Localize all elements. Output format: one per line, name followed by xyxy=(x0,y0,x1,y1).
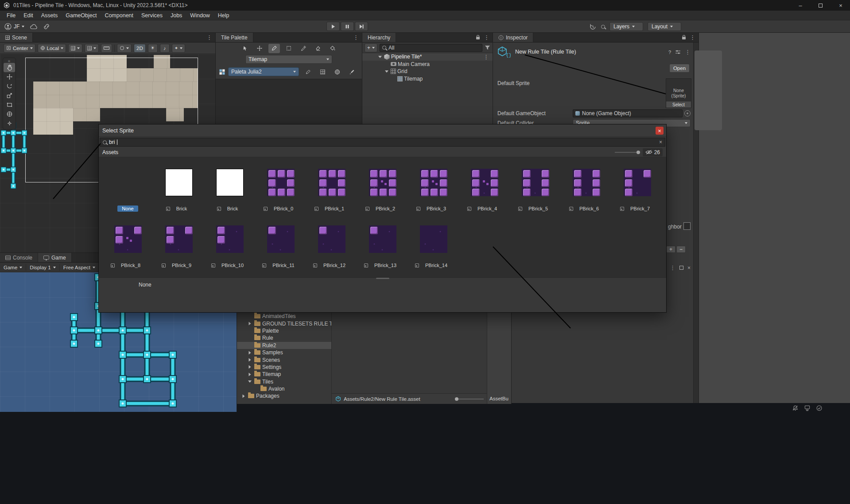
hierarchy-search-input[interactable]: All xyxy=(380,44,482,52)
add-rule-button[interactable]: + xyxy=(666,246,675,253)
select-tool[interactable] xyxy=(239,44,251,53)
presets-icon[interactable] xyxy=(675,50,681,54)
thumbnail-zoom-slider[interactable] xyxy=(455,399,484,399)
panel-menu-icon[interactable] xyxy=(206,34,212,41)
sprite-item-pbrick-11-14[interactable]: PBrick_11 xyxy=(255,219,306,276)
project-folder-tiles[interactable]: Tiles xyxy=(237,378,331,385)
palette-grid-button[interactable] xyxy=(317,67,328,77)
hierarchy-item-pipeline-tile[interactable]: Pipeline Tile* xyxy=(362,53,493,61)
lock-icon[interactable] xyxy=(682,37,686,39)
aspect-dropdown[interactable]: Free Aspect xyxy=(63,265,95,270)
panel-menu-icon[interactable] xyxy=(690,34,695,41)
project-folder-tilemap[interactable]: Tilemap xyxy=(237,371,331,378)
project-folder-scenes[interactable]: Scenes xyxy=(237,356,331,363)
progress-check-icon[interactable] xyxy=(816,405,823,411)
menu-assets[interactable]: Assets xyxy=(37,11,62,20)
foldout-icon[interactable] xyxy=(384,70,389,73)
tool-handle-position-dropdown[interactable]: Center xyxy=(4,44,35,53)
window-menu-icon[interactable] xyxy=(670,264,675,271)
sprite-item-pbrick-2-5[interactable]: PBrick_2 xyxy=(357,163,408,219)
display-dropdown[interactable]: Display 1 xyxy=(30,265,55,270)
move-tool[interactable] xyxy=(4,72,15,81)
snap-settings-dropdown[interactable] xyxy=(85,44,99,53)
minimize-button[interactable]: – xyxy=(797,2,803,9)
help-icon[interactable] xyxy=(668,49,671,55)
background-tasks-icon[interactable] xyxy=(804,405,811,411)
step-button[interactable] xyxy=(355,22,368,31)
foldout-icon[interactable] xyxy=(247,380,252,383)
notifications-muted-icon[interactable] xyxy=(792,405,799,411)
sprite-item-pbrick-9-12[interactable]: PBrick_9 xyxy=(153,219,204,276)
sprite-item-pbrick-14-17[interactable]: PBrick_14 xyxy=(408,219,459,276)
tab-tile-palette[interactable]: Tile Palette xyxy=(216,33,253,42)
menu-window[interactable]: Window xyxy=(186,11,213,20)
sprite-select-button[interactable]: Select xyxy=(666,101,691,108)
sprite-item-pbrick-4-7[interactable]: PBrick_4 xyxy=(459,163,510,219)
display-mode-dropdown[interactable]: Game xyxy=(4,265,22,270)
grid-visibility-dropdown[interactable] xyxy=(68,44,82,53)
neighbor-field[interactable] xyxy=(683,222,691,230)
tab-scene[interactable]: Scene xyxy=(0,33,33,42)
foldout-icon[interactable] xyxy=(247,359,252,361)
project-folder-packages[interactable]: Packages xyxy=(237,392,331,399)
project-folder-palette[interactable]: Palette xyxy=(237,327,331,334)
project-folder-settings[interactable]: Settings xyxy=(237,364,331,371)
maximize-button[interactable] xyxy=(819,4,823,8)
foldout-icon[interactable] xyxy=(247,352,252,354)
rect-tool[interactable] xyxy=(4,100,15,109)
panel-menu-icon[interactable] xyxy=(353,34,359,41)
sprite-item-pbrick-13-16[interactable]: PBrick_13 xyxy=(357,219,408,276)
sprite-item-none-0[interactable]: None xyxy=(102,163,153,219)
transform-tool[interactable] xyxy=(4,109,15,119)
palette-paint-button[interactable] xyxy=(346,67,357,77)
hand-tool[interactable] xyxy=(4,63,15,72)
services-icon[interactable] xyxy=(43,23,50,30)
foldout-icon[interactable] xyxy=(241,395,246,397)
project-folder-samples[interactable]: Samples xyxy=(237,349,331,356)
sprite-item-pbrick-6-9[interactable]: PBrick_6 xyxy=(561,163,612,219)
menu-component[interactable]: Component xyxy=(101,11,137,20)
default-gameobject-field[interactable]: None (Game Object) xyxy=(573,109,683,117)
project-folder-rule2[interactable]: Rule2 xyxy=(237,342,331,349)
menu-edit[interactable]: Edit xyxy=(19,11,37,20)
menu-services[interactable]: Services xyxy=(137,11,167,20)
sprite-item-pbrick-3-6[interactable]: PBrick_3 xyxy=(408,163,459,219)
picker-tool[interactable] xyxy=(298,44,309,53)
dialog-close-button[interactable]: × xyxy=(656,127,664,135)
menu-help[interactable]: Help xyxy=(214,11,233,20)
lock-icon[interactable] xyxy=(476,37,480,39)
sprite-item-pbrick-7-10[interactable]: PBrick_7 xyxy=(612,163,663,219)
play-button[interactable] xyxy=(326,22,340,31)
hierarchy-item-tilemap[interactable]: Tilemap xyxy=(362,75,493,83)
tab-assets[interactable]: Assets xyxy=(102,149,118,155)
project-folder-ground-tilesets-rule-ti[interactable]: GROUND TILESETS RULE TI xyxy=(237,320,331,327)
measure-button[interactable] xyxy=(101,44,112,53)
layout-dropdown[interactable]: Layout xyxy=(648,22,681,31)
thumbnail-size-slider[interactable] xyxy=(615,152,639,153)
panel-menu-icon[interactable] xyxy=(484,34,489,41)
tab-console[interactable]: Console xyxy=(0,253,38,262)
project-folder-animatedtiles[interactable]: AnimatedTiles xyxy=(237,313,331,320)
project-folder-avalon[interactable]: Avalon xyxy=(237,385,331,392)
menu-file[interactable]: File xyxy=(3,11,19,20)
box-fill-tool[interactable] xyxy=(283,44,295,53)
lighting-toggle[interactable]: ☀ xyxy=(148,44,158,53)
hidden-count-badge[interactable]: 26 xyxy=(643,148,663,156)
dialog-title-bar[interactable]: Select Sprite × xyxy=(99,124,666,137)
drag-handle-icon[interactable]: ≡ xyxy=(8,59,11,63)
sprite-item-brick-1[interactable]: Brick xyxy=(153,163,204,219)
layers-dropdown[interactable]: Layers xyxy=(609,22,643,31)
close-button[interactable]: × xyxy=(838,2,844,9)
custom-tool[interactable] xyxy=(4,119,15,128)
open-asset-button[interactable]: Open xyxy=(669,64,690,73)
menu-jobs[interactable]: Jobs xyxy=(167,11,186,20)
create-object-button[interactable]: + xyxy=(365,43,377,52)
project-folder-rule[interactable]: Rule xyxy=(237,334,331,341)
2d-toggle[interactable]: 2D xyxy=(134,44,146,53)
cloud-icon[interactable] xyxy=(30,23,38,30)
default-sprite-field[interactable]: None (Sprite) Select xyxy=(666,78,691,108)
tab-hierarchy[interactable]: Hierarchy xyxy=(362,33,396,42)
foldout-icon[interactable] xyxy=(377,56,383,58)
active-tilemap-dropdown[interactable]: Tilemap xyxy=(245,55,332,64)
item-menu-icon[interactable] xyxy=(483,54,493,60)
